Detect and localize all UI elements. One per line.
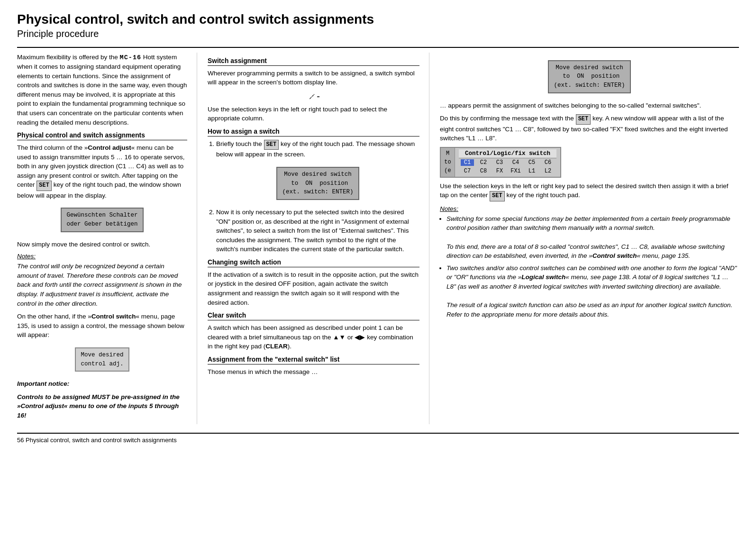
set-key-ref1: SET <box>36 181 52 191</box>
page-sub-title: Principle procedure <box>17 28 739 39</box>
control-switch-ref: Control switch <box>91 313 136 320</box>
set-key-step1: SET <box>264 140 279 150</box>
ctrl-cell-c5: C5 <box>525 159 538 166</box>
column-right: Move desired switch to ON position (ext.… <box>429 53 739 424</box>
right-p1: … appears permit the assignment of switc… <box>440 101 739 110</box>
ctrl-cell-l1: L1 <box>525 168 538 174</box>
section1-p3: On the other hand, if the »Control switc… <box>17 312 187 340</box>
important-text: Controls to be assigned MUST be pre-assi… <box>17 392 187 420</box>
ctrl-cell-c2: C2 <box>477 159 490 166</box>
box3-display: Move desired switch to ON position (ext.… <box>276 167 359 200</box>
important-label: Important notice: <box>17 379 187 389</box>
control-switch-menu-ref: Control switch <box>592 252 637 259</box>
intro-paragraph: Maximum flexibility is offered by the MC… <box>17 53 187 127</box>
ctrl-cell-c8: C8 <box>477 168 490 174</box>
section1-p1: The third column of the »Control adjust«… <box>17 143 187 200</box>
page-main-title: Physical control, switch and control swi… <box>17 11 739 27</box>
box1-display: Gewünschten Schalter oder Geber betätige… <box>61 208 143 232</box>
box4-wrapper: Move desired switch to ON position (ext.… <box>440 56 739 97</box>
note2: Two switches and/or also control switche… <box>446 264 739 319</box>
ctrl-cell-c3: C3 <box>493 159 506 166</box>
box1-wrapper: Gewünschten Schalter oder Geber betätige… <box>17 204 187 236</box>
box4-display: Move desired switch to ON position (ext.… <box>548 60 630 93</box>
main-columns: Maximum flexibility is offered by the MC… <box>17 47 739 424</box>
section4-heading: Changing switch action <box>208 259 419 267</box>
clear-label: CLEAR <box>265 343 288 350</box>
ctrl-cell-fx: FX <box>493 168 506 174</box>
right-p2: Do this by confirming the message text w… <box>440 114 739 143</box>
ctrl-table-wrapper: Mto(e Control/Logic/fix switch C1 C2 C3 … <box>440 147 739 178</box>
ctrl-cell-c6: C6 <box>541 159 555 166</box>
note1-text: Switching for some special functions may… <box>446 215 730 232</box>
section5-p1: A switch which has been assigned as desc… <box>208 323 419 351</box>
note1: Switching for some special functions may… <box>446 214 739 261</box>
column-left: Maximum flexibility is offered by the MC… <box>17 53 197 424</box>
footer-bar: 56 Physical control, switch and control … <box>17 433 739 444</box>
switch-symbol: ⟋- <box>208 91 419 102</box>
ctrl-cell-fxi: FXi <box>509 168 522 174</box>
ctrl-table-header: Control/Logic/fix switch <box>459 149 556 158</box>
note2-text: Two switches and/or also control switche… <box>446 264 737 290</box>
section5-heading: Clear switch <box>208 312 419 320</box>
ctrl-cell-c7: C7 <box>461 168 474 174</box>
ctrl-table-left-col: Mto(e <box>441 148 455 177</box>
ctrl-cell-l2: L2 <box>541 168 555 174</box>
note1-sub: To this end, there are a total of 8 so-c… <box>446 243 725 260</box>
ctrl-row1: C1 C2 C3 C4 C5 C6 <box>459 158 556 167</box>
ctrl-table-right-col: Control/Logic/fix switch C1 C2 C3 C4 C5 … <box>455 148 560 177</box>
box2-wrapper: Move desired control adj. <box>17 344 187 376</box>
section2-p1: Wherever programming permits a switch to… <box>208 69 419 87</box>
section1-heading: Physical control and switch assignments <box>17 132 187 140</box>
ctrl-table: Mto(e Control/Logic/fix switch C1 C2 C3 … <box>440 147 561 178</box>
section6-heading: Assignment from the "external switch" li… <box>208 356 419 364</box>
section2-p2: Use the selection keys in the left or ri… <box>208 105 419 123</box>
footer-text: 56 Physical control, switch and control … <box>17 437 177 444</box>
assign-steps: Briefly touch the SET key of the right t… <box>216 139 419 254</box>
section1-p2: Now simply move the desired control or s… <box>17 240 187 249</box>
section6-p1: Those menus in which the message … <box>208 367 419 377</box>
ctrl-cell-c1: C1 <box>461 159 474 166</box>
column-middle: Switch assignment Wherever programming p… <box>197 53 429 424</box>
notes-list: Switching for some special functions may… <box>446 214 739 319</box>
section2-heading: Switch assignment <box>208 57 419 66</box>
notes-label-left: Notes: <box>17 253 187 260</box>
box3-wrapper: Move desired switch to ON position (ext.… <box>216 163 419 204</box>
note2-sub: The result of a logical switch function … <box>446 301 732 318</box>
section3-heading: How to assign a switch <box>208 128 419 136</box>
right-p3: Use the selection keys in the left or ri… <box>440 182 739 201</box>
set-key-right: SET <box>576 114 591 124</box>
box2-display: Move desired control adj. <box>75 347 129 372</box>
mc16-logo: MC-16 <box>120 54 142 61</box>
ctrl-cell-c4: C4 <box>509 159 522 166</box>
notes-text-left: The control will only be recognized beyo… <box>17 262 187 308</box>
section4-p1: If the activation of a switch is to resu… <box>208 270 419 307</box>
notes-label-right: Notes: <box>440 205 739 212</box>
step1: Briefly touch the SET key of the right t… <box>216 139 419 204</box>
set-key-right2: SET <box>490 191 505 201</box>
control-adjust-label: Control adjust <box>88 144 131 151</box>
step2: Now it is only necessary to put the sele… <box>216 208 419 254</box>
logical-switch-ref: Logical switch <box>521 273 565 281</box>
ctrl-row2: C7 C8 FX FXi L1 L2 <box>459 167 556 175</box>
